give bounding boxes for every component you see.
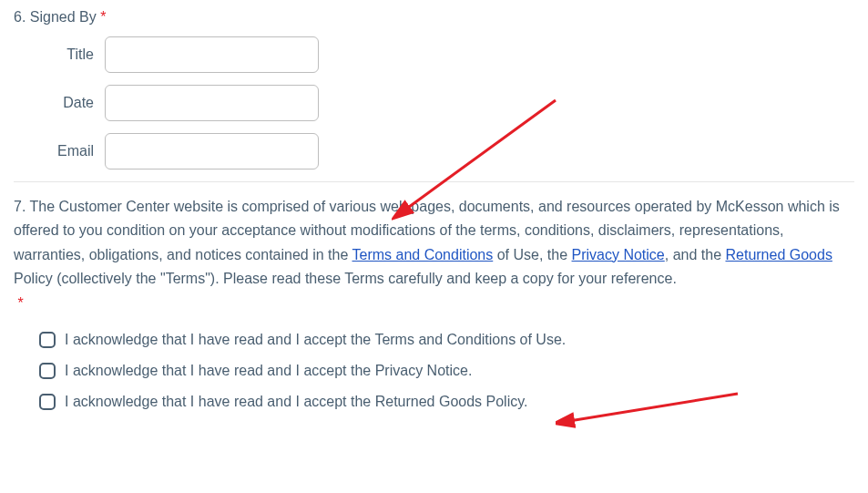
email-label: Email <box>14 143 105 159</box>
date-input[interactable] <box>105 85 319 121</box>
acknowledgement-list: I acknowledge that I have read and I acc… <box>14 332 854 410</box>
section7-text2: of Use, the <box>493 247 571 262</box>
ack-returned-row: I acknowledge that I have read and I acc… <box>39 394 854 410</box>
section6-heading: 6. Signed By * <box>14 9 854 26</box>
ack-privacy-label: I acknowledge that I have read and I acc… <box>65 363 472 379</box>
ack-returned-label: I acknowledge that I have read and I acc… <box>65 394 527 410</box>
section7-paragraph: 7. The Customer Center website is compri… <box>14 195 854 292</box>
section-divider <box>14 181 854 182</box>
date-label: Date <box>14 95 105 111</box>
title-row: Title <box>14 36 854 73</box>
title-input[interactable] <box>105 36 319 73</box>
section7-text3: , and the <box>665 247 726 262</box>
section6-title-text: Signed By <box>30 9 100 25</box>
ack-terms-label: I acknowledge that I have read and I acc… <box>65 332 566 348</box>
title-label: Title <box>14 46 105 63</box>
required-asterisk: * <box>100 9 106 25</box>
ack-privacy-row: I acknowledge that I have read and I acc… <box>39 363 854 379</box>
section7-text4: Policy (collectively the "Terms"). Pleas… <box>14 271 677 286</box>
returned-goods-link[interactable]: Returned Goods <box>725 247 832 262</box>
required-asterisk: * <box>17 295 23 311</box>
section7-required-row: * <box>14 295 854 312</box>
privacy-notice-link[interactable]: Privacy Notice <box>572 247 665 262</box>
ack-terms-checkbox[interactable] <box>39 332 56 348</box>
ack-privacy-checkbox[interactable] <box>39 363 56 379</box>
section6-prefix: 6. <box>14 9 30 25</box>
email-input[interactable] <box>105 133 319 169</box>
email-row: Email <box>14 133 854 169</box>
section7-prefix: 7. <box>14 199 30 214</box>
ack-returned-checkbox[interactable] <box>39 394 56 410</box>
ack-terms-row: I acknowledge that I have read and I acc… <box>39 332 854 348</box>
date-row: Date <box>14 85 854 121</box>
terms-and-conditions-link[interactable]: Terms and Conditions <box>352 247 494 262</box>
